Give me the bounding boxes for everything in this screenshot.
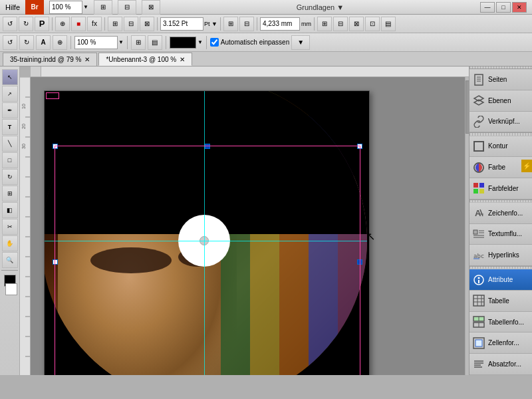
- panel-item-zellenfor[interactable]: Zellenfor...: [469, 332, 532, 354]
- panel-item-kontur[interactable]: Kontur: [469, 136, 532, 158]
- panel-item-seiten[interactable]: Seiten: [469, 69, 532, 90]
- main-area: ↖ ↗ ✒ T ╲ □ ↻ ⊞ ◧ ✂ ✋ 🔍 10: [0, 66, 532, 375]
- panel-item-attribute[interactable]: Attribute: [469, 269, 532, 291]
- panel-item-tabelle[interactable]: Tabelle: [469, 291, 532, 312]
- tool2-btn2[interactable]: ↻: [19, 35, 34, 50]
- sep2: [104, 17, 105, 31]
- snap-btn4[interactable]: ⊡: [365, 17, 380, 31]
- zoom-pct-arrow[interactable]: ▼: [118, 39, 124, 45]
- panel-item-ebenen[interactable]: Ebenen: [469, 90, 532, 112]
- rotate-tool[interactable]: ↻: [2, 169, 18, 185]
- align2-btn2[interactable]: ▤: [148, 35, 162, 50]
- br-button[interactable]: Br: [25, 0, 44, 15]
- snap-btn1[interactable]: ⊞: [317, 17, 332, 31]
- type-tool-btn[interactable]: P: [35, 17, 49, 31]
- svg-point-78: [478, 277, 480, 279]
- align-btn2[interactable]: ⊟: [124, 17, 138, 31]
- align-btn1[interactable]: ⊞: [108, 17, 122, 31]
- pen-tool[interactable]: ✒: [2, 102, 18, 118]
- svg-rect-62: [474, 142, 483, 151]
- zoom-input[interactable]: [49, 1, 82, 14]
- quick-apply-panel[interactable]: ⚡: [521, 160, 532, 172]
- seiten-icon: [472, 73, 485, 86]
- help-menu[interactable]: Hilfe: [5, 3, 20, 11]
- auto-fit-label: Automatisch einpassen: [210, 38, 289, 47]
- tool-btn-5[interactable]: ⊟: [239, 17, 254, 31]
- scrollbar-v-track[interactable]: [465, 77, 469, 375]
- svg-rect-90: [475, 340, 482, 346]
- rect-tool[interactable]: □: [2, 152, 18, 168]
- type-tool[interactable]: T: [2, 119, 18, 135]
- workspace-selector[interactable]: Grundlagen ▼: [297, 3, 344, 11]
- tool-btn-1[interactable]: ⊕: [55, 17, 70, 31]
- line-tool[interactable]: ╲: [2, 136, 18, 152]
- svg-rect-68: [479, 189, 484, 194]
- scissors-tool[interactable]: ✂: [2, 219, 18, 235]
- tab-close-1[interactable]: ✕: [180, 56, 185, 63]
- ruler-horizontal: 10 20 30 40 50 60 70 80 90: [31, 66, 469, 77]
- panel-item-tabellenfo[interactable]: Tabellenfo...: [469, 312, 532, 333]
- panel-item-verknupf[interactable]: Verknüpf...: [469, 112, 532, 133]
- scale-tool[interactable]: ⊞: [2, 186, 18, 201]
- panel-item-textumflu[interactable]: Textumflu...: [469, 224, 532, 245]
- misc-btn[interactable]: ▼: [291, 35, 310, 50]
- sep6: [314, 17, 315, 31]
- tool-separator: [1, 270, 18, 273]
- tool-btn-3[interactable]: fx: [87, 17, 102, 31]
- tool-btn-4[interactable]: ⊞: [223, 17, 238, 31]
- size-unit: Pt ▼: [204, 21, 217, 27]
- size-input[interactable]: [160, 17, 203, 31]
- hand-tool[interactable]: ✋: [2, 235, 18, 251]
- auto-fit-checkbox[interactable]: [210, 38, 219, 47]
- title-bar-left: Hilfe Br ▼ ⊞ ⊟ ⊠: [5, 0, 160, 15]
- verknupf-icon: [472, 115, 485, 128]
- color-dropdown[interactable]: ▼: [198, 39, 203, 45]
- sep3: [157, 17, 158, 31]
- view-mode-btn1[interactable]: ⊞: [94, 0, 112, 15]
- tool2-btn1[interactable]: ↺: [3, 35, 17, 50]
- canvas-document: InDesign-Training: [31, 77, 469, 375]
- select-tool[interactable]: A: [36, 35, 51, 50]
- view-mode-btn2[interactable]: ⊟: [118, 0, 136, 15]
- stroke-color[interactable]: [5, 283, 17, 295]
- align2-btn1[interactable]: ⊞: [131, 35, 146, 50]
- panel-item-farbfelder[interactable]: Farbfelder: [469, 178, 532, 200]
- panel-item-hyperlinks[interactable]: abc Hyperlinks: [469, 245, 532, 266]
- zoom-tool[interactable]: 🔍: [2, 252, 18, 268]
- scrollbar-v-thumb[interactable]: [466, 80, 469, 134]
- lightning-icon: ⚡: [523, 162, 531, 170]
- minimize-button[interactable]: —: [480, 2, 495, 13]
- redo-btn[interactable]: ↻: [19, 17, 33, 31]
- snap-btn2[interactable]: ⊟: [333, 17, 348, 31]
- selection-tool[interactable]: ↖: [2, 69, 18, 85]
- title-bar: Hilfe Br ▼ ⊞ ⊟ ⊠ Grundlagen ▼ — □ ✕: [0, 0, 532, 15]
- view-mode-btn3[interactable]: ⊠: [142, 0, 160, 15]
- tool-btn-2[interactable]: ■: [71, 17, 86, 31]
- tab-close-0[interactable]: ✕: [84, 56, 90, 63]
- color-swatch[interactable]: [170, 37, 196, 49]
- maximize-button[interactable]: □: [496, 2, 511, 13]
- dimension-input[interactable]: [260, 17, 300, 31]
- tab-bar: 35-training.indd @ 79 % ✕ *Unbenannt-3 @…: [0, 52, 532, 66]
- sep10: [206, 36, 207, 49]
- gradient-tool[interactable]: ◧: [2, 202, 18, 218]
- tab-35training[interactable]: 35-training.indd @ 79 % ✕: [3, 53, 97, 66]
- window-controls: — □ ✕: [480, 2, 527, 13]
- svg-rect-37: [20, 77, 31, 375]
- tool2-btn3[interactable]: ⊕: [53, 35, 67, 50]
- tabellenfo-icon: [472, 315, 485, 329]
- close-button[interactable]: ✕: [512, 2, 527, 13]
- panel-item-absatzfor[interactable]: Absatzfor...: [469, 354, 532, 375]
- snap-btn3[interactable]: ⊠: [349, 17, 364, 31]
- panel-item-zeichenfo[interactable]: A Zeichenfo...: [469, 203, 532, 224]
- snap-btn5[interactable]: ▤: [381, 17, 396, 31]
- align-btn3[interactable]: ⊠: [140, 17, 154, 31]
- svg-rect-56: [475, 74, 483, 85]
- dim-unit: mm: [301, 21, 311, 27]
- zoom-dropdown-arrow[interactable]: ▼: [83, 4, 88, 10]
- tab-unbenannt3[interactable]: *Unbenannt-3 @ 100 % ✕: [98, 53, 192, 66]
- zoom-pct-input[interactable]: [74, 36, 118, 49]
- undo-btn[interactable]: ↺: [3, 17, 17, 31]
- direct-select-tool[interactable]: ↗: [2, 86, 18, 102]
- canvas-wrapper: 10 20 30 40 50 60 70 80 90: [20, 66, 469, 375]
